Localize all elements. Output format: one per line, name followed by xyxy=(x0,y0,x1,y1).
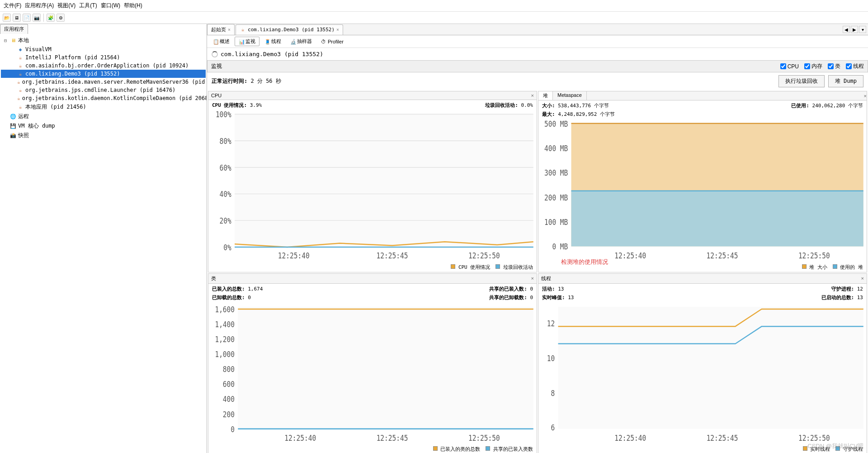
open-icon[interactable]: 📂 xyxy=(3,14,11,22)
heap-tab[interactable]: 堆 xyxy=(538,91,553,100)
classes-panel: 类× 已装入的总数: 1,674 共享的已装入数: 0 已卸载的总数: 0 共享… xyxy=(208,273,537,453)
svg-text:1,400: 1,400 xyxy=(215,319,235,329)
svg-text:80%: 80% xyxy=(220,137,232,146)
menu-app[interactable]: 应用程序(A) xyxy=(25,2,54,10)
tab-demo3[interactable]: ☕com.lixiang.Demo3 (pid 13552)× xyxy=(236,24,343,35)
tree-item-launcher[interactable]: ☕org.jetbrains.jps.cmdline.Launcher (pid… xyxy=(1,86,206,94)
check-threads[interactable]: 线程 xyxy=(846,62,864,70)
subtab-overview[interactable]: 📋概述 xyxy=(209,37,234,46)
svg-text:40%: 40% xyxy=(220,190,232,199)
close-icon[interactable]: × xyxy=(336,27,339,32)
monitor-icon: 📊 xyxy=(239,39,244,44)
tree-item-localapp[interactable]: ☕本地应用 (pid 21456) xyxy=(1,102,206,112)
svg-text:100 MB: 100 MB xyxy=(544,218,568,227)
cpu-panel: CPU× CPU 使用情况: 3.9% 垃圾回收活动: 0.0% 100% 80… xyxy=(208,91,537,272)
svg-rect-30 xyxy=(238,306,533,429)
sidebar: 应用程序 ⊟🖥本地 ◆VisualVM ☕IntelliJ Platform (… xyxy=(0,24,207,453)
svg-text:1,600: 1,600 xyxy=(215,305,235,314)
visualvm-icon: ◆ xyxy=(17,46,24,52)
subtab-monitor[interactable]: 📊监视 xyxy=(235,37,259,46)
java-icon: ☕ xyxy=(17,87,24,93)
subtab-profiler[interactable]: ⏱Profiler xyxy=(317,37,348,46)
tab-menu-icon[interactable]: ▾ xyxy=(859,26,866,33)
heap-annotation: 检测堆的使用情况 xyxy=(561,258,608,266)
svg-text:12:25:50: 12:25:50 xyxy=(468,433,500,443)
settings-icon[interactable]: ⚙ xyxy=(57,14,65,22)
java-icon: ☕ xyxy=(17,71,24,77)
tree-item-demo3[interactable]: ☕com.lixiang.Demo3 (pid 13552) xyxy=(1,70,206,78)
sidebar-tab[interactable]: 应用程序 xyxy=(0,24,28,34)
svg-rect-0 xyxy=(235,114,533,247)
tree-item-orderapp[interactable]: ☕com.asiainfo.bj.order.OrderApplication … xyxy=(1,62,206,70)
threads-icon: 🧵 xyxy=(264,39,270,44)
sampler-icon: 🔬 xyxy=(290,39,296,44)
app-title: com.lixiang.Demo3 (pid 13552) xyxy=(207,48,868,60)
svg-text:12:25:50: 12:25:50 xyxy=(798,251,830,260)
menu-help[interactable]: 帮助(H) xyxy=(124,2,142,10)
close-icon[interactable]: × xyxy=(864,93,867,99)
svg-text:300 MB: 300 MB xyxy=(544,168,568,178)
tree-item-kotlin[interactable]: ☕org.jetbrains.kotlin.daemon.KotlinCompi… xyxy=(1,94,206,102)
threads-chart: 12 10 8 6 12:25:40 12:25:45 12:25:50 xyxy=(538,303,867,445)
remote-icon: 🌐 xyxy=(10,114,16,120)
close-icon[interactable]: × xyxy=(531,276,534,281)
perform-gc-button[interactable]: 执行垃圾回收 xyxy=(778,75,825,87)
svg-text:0: 0 xyxy=(231,424,235,434)
svg-text:12:25:50: 12:25:50 xyxy=(798,433,830,443)
menu-view[interactable]: 视图(V) xyxy=(57,2,75,10)
tree-item-visualvm[interactable]: ◆VisualVM xyxy=(1,45,206,53)
menu-window[interactable]: 窗口(W) xyxy=(101,2,120,10)
plugin-icon[interactable]: 🧩 xyxy=(47,14,55,22)
tree-root-local[interactable]: ⊟🖥本地 xyxy=(1,36,206,45)
svg-text:400: 400 xyxy=(223,395,235,404)
menu-file[interactable]: 文件(F) xyxy=(4,2,21,10)
java-icon: ☕ xyxy=(17,95,20,101)
monitor-header: 监视 CPU 内存 类 线程 xyxy=(207,60,868,72)
sub-tabs: 📋概述 📊监视 🧵线程 🔬抽样器 ⏱Profiler xyxy=(207,35,868,48)
svg-rect-45 xyxy=(558,306,863,429)
host-icon: 🖥 xyxy=(10,38,16,44)
add-remote-icon[interactable]: 🖥 xyxy=(13,14,21,22)
editor-tabs: 起始页× ☕com.lixiang.Demo3 (pid 13552)× ◀ ▶… xyxy=(207,24,868,35)
tab-next-icon[interactable]: ▶ xyxy=(851,26,858,33)
content: 起始页× ☕com.lixiang.Demo3 (pid 13552)× ◀ ▶… xyxy=(207,24,868,453)
loading-icon xyxy=(212,51,218,57)
close-icon[interactable]: × xyxy=(861,276,864,281)
check-cpu[interactable]: CPU xyxy=(780,63,799,70)
tree-remote[interactable]: 🌐远程 xyxy=(1,112,206,121)
close-icon[interactable]: × xyxy=(228,27,231,32)
tab-prev-icon[interactable]: ◀ xyxy=(843,26,850,33)
subtab-threads[interactable]: 🧵线程 xyxy=(260,37,285,46)
svg-text:12:25:45: 12:25:45 xyxy=(377,251,408,260)
svg-text:0 MB: 0 MB xyxy=(552,242,568,252)
svg-text:12: 12 xyxy=(547,319,555,328)
subtab-sampler[interactable]: 🔬抽样器 xyxy=(286,37,316,46)
svg-rect-18 xyxy=(571,191,863,247)
heap-chart: 500 MB 400 MB 300 MB 200 MB 100 MB 0 MB … xyxy=(538,119,867,262)
svg-text:12:25:40: 12:25:40 xyxy=(614,251,646,260)
tree-item-maven[interactable]: ☕org.jetbrains.idea.maven.server.RemoteM… xyxy=(1,78,206,86)
add-jmx-icon[interactable]: 📄 xyxy=(23,14,31,22)
app-tree: ⊟🖥本地 ◆VisualVM ☕IntelliJ Platform (pid 2… xyxy=(0,34,207,453)
svg-text:12:25:50: 12:25:50 xyxy=(468,251,500,260)
svg-text:600: 600 xyxy=(223,380,235,389)
svg-text:100%: 100% xyxy=(216,110,231,119)
close-icon[interactable]: × xyxy=(531,93,534,98)
svg-text:12:25:40: 12:25:40 xyxy=(278,251,310,260)
snapshot-icon[interactable]: 📷 xyxy=(33,14,41,22)
check-classes[interactable]: 类 xyxy=(828,62,840,70)
svg-text:12:25:45: 12:25:45 xyxy=(707,433,738,443)
metaspace-tab[interactable]: Metaspace xyxy=(553,91,587,100)
tree-vmcore[interactable]: 💾VM 核心 dump xyxy=(1,121,206,131)
menu-tools[interactable]: 工具(T) xyxy=(79,2,97,10)
svg-text:12:25:45: 12:25:45 xyxy=(707,251,738,260)
tab-home[interactable]: 起始页× xyxy=(207,24,235,35)
tree-item-intellij[interactable]: ☕IntelliJ Platform (pid 21564) xyxy=(1,53,206,62)
heap-dump-button[interactable]: 堆 Dump xyxy=(828,75,863,87)
tree-snapshot[interactable]: 📸快照 xyxy=(1,131,206,140)
svg-text:60%: 60% xyxy=(220,163,232,172)
svg-text:800: 800 xyxy=(223,364,235,374)
check-memory[interactable]: 内存 xyxy=(804,62,822,70)
threads-panel: 线程× 活动: 13 守护进程: 12 实时峰值: 13 已启动的总数: 13 … xyxy=(538,273,867,453)
java-icon: ☕ xyxy=(17,54,24,61)
